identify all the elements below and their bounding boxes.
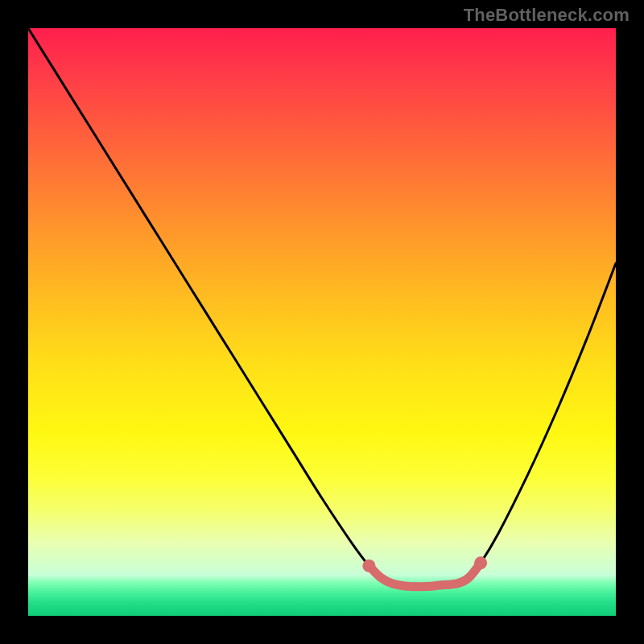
plot-area [28,28,616,616]
credit-label: TheBottleneck.com [464,5,630,26]
highlight-endpoint-left [362,559,375,572]
chart-frame: TheBottleneck.com [0,0,644,644]
bottleneck-curve [28,28,616,587]
chart-svg [28,28,616,616]
optimal-highlight-segment [369,563,481,587]
highlight-endpoint-right [474,556,487,569]
